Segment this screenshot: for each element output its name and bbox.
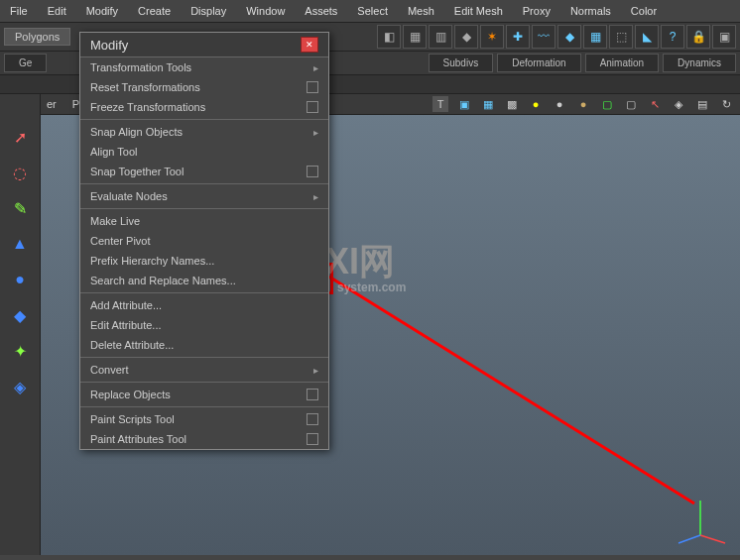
option-box-icon[interactable] xyxy=(307,166,318,177)
sphere-tool-icon[interactable]: ● xyxy=(5,265,35,294)
option-box-icon[interactable] xyxy=(307,433,318,445)
panel-icon-green[interactable]: ▢ xyxy=(599,96,615,112)
tab-dynamics[interactable]: Dynamics xyxy=(663,54,736,72)
item-snap-together-tool[interactable]: Snap Together Tool xyxy=(80,162,328,181)
item-delete-attribute[interactable]: Delete Attribute... xyxy=(80,335,328,355)
menu-color[interactable]: Color xyxy=(621,2,667,20)
panel-icon-arrow[interactable]: ↖ xyxy=(647,96,663,112)
label: Add Attribute... xyxy=(90,299,162,311)
chevron-right-icon: ▸ xyxy=(313,191,318,202)
separator xyxy=(80,292,328,293)
shelf-icon-1[interactable]: ◧ xyxy=(377,25,401,49)
lasso-tool-icon[interactable]: ◌ xyxy=(5,158,35,187)
chevron-right-icon: ▸ xyxy=(313,365,318,376)
option-box-icon[interactable] xyxy=(307,81,318,93)
cone-tool-icon[interactable]: ▲ xyxy=(5,229,35,259)
item-add-attribute[interactable]: Add Attribute... xyxy=(80,295,328,315)
item-edit-attribute[interactable]: Edit Attribute... xyxy=(80,315,328,335)
item-replace-objects[interactable]: Replace Objects xyxy=(80,385,328,404)
item-paint-attributes-tool[interactable]: Paint Attributes Tool xyxy=(80,429,328,449)
option-box-icon[interactable] xyxy=(307,389,318,400)
tab-subdivs[interactable]: Subdivs xyxy=(429,54,494,72)
shelf-icon-6[interactable]: ✚ xyxy=(506,25,530,49)
axis-tool-icon[interactable]: ✦ xyxy=(5,336,35,366)
close-icon[interactable]: ✕ xyxy=(301,37,318,53)
tab-animation[interactable]: Animation xyxy=(585,54,659,72)
separator xyxy=(80,119,328,120)
shelf-icon-10[interactable]: ⬚ xyxy=(609,25,633,49)
lock-icon[interactable]: 🔒 xyxy=(686,25,710,49)
panel-icon-light1[interactable]: ● xyxy=(528,96,544,112)
shelf-icon-5[interactable]: ✶ xyxy=(480,25,504,49)
label: Reset Transformations xyxy=(90,81,200,93)
panel-icon-last1[interactable]: ▤ xyxy=(694,96,710,112)
tab-deformation[interactable]: Deformation xyxy=(497,54,580,72)
label: Align Tool xyxy=(90,146,138,158)
menu-proxy[interactable]: Proxy xyxy=(513,2,560,20)
option-box-icon[interactable] xyxy=(307,101,318,113)
panel-icon-cube2[interactable]: ▦ xyxy=(480,96,496,112)
menu-edit[interactable]: Edit xyxy=(38,2,76,20)
chevron-right-icon: ▸ xyxy=(313,127,318,138)
shelf-icon-8[interactable]: ◆ xyxy=(557,25,581,49)
cube-tool-icon[interactable]: ◆ xyxy=(5,300,35,330)
panel-icon-box[interactable]: ▢ xyxy=(623,96,639,112)
shelf-icon-7[interactable]: 〰 xyxy=(532,25,555,49)
label: Snap Together Tool xyxy=(90,166,184,177)
panel-icon-text[interactable]: T xyxy=(432,96,448,112)
menu-select[interactable]: Select xyxy=(347,2,398,20)
label: Convert xyxy=(90,364,129,376)
label: Center Pivot xyxy=(90,235,151,247)
item-reset-transformations[interactable]: Reset Transformations xyxy=(80,77,328,97)
shelf-tab-polygons[interactable]: Polygons xyxy=(4,28,70,46)
item-make-live[interactable]: Make Live xyxy=(80,211,328,231)
svg-line-2 xyxy=(678,535,700,543)
separator xyxy=(80,357,328,358)
item-align-tool[interactable]: Align Tool xyxy=(80,142,328,162)
chevron-right-icon: ▸ xyxy=(313,62,318,73)
label: Make Live xyxy=(90,215,140,227)
menu-normals[interactable]: Normals xyxy=(560,2,621,20)
panel-icon-light2[interactable]: ● xyxy=(552,96,567,112)
panel-icon-light3[interactable]: ● xyxy=(575,96,591,112)
menu-mesh[interactable]: Mesh xyxy=(398,2,444,20)
item-search-replace-names[interactable]: Search and Replace Names... xyxy=(80,271,328,290)
item-center-pivot[interactable]: Center Pivot xyxy=(80,231,328,251)
panel-icon-last2[interactable]: ↻ xyxy=(718,96,734,112)
item-transformation-tools[interactable]: Transformation Tools▸ xyxy=(80,57,328,77)
menu-assets[interactable]: Assets xyxy=(295,2,347,20)
select-tool-icon[interactable]: ➚ xyxy=(5,122,35,152)
panel-icon-wire[interactable]: ◈ xyxy=(671,96,686,112)
menu-modify[interactable]: Modify xyxy=(76,2,128,20)
paint-tool-icon[interactable]: ✎ xyxy=(5,193,35,223)
shelf-icon-4[interactable]: ◆ xyxy=(454,25,478,49)
panel-icon-checker[interactable]: ▩ xyxy=(504,96,520,112)
shelf-icon-help[interactable]: ? xyxy=(661,25,684,49)
shelf-icon-2[interactable]: ▦ xyxy=(403,25,427,49)
svg-line-1 xyxy=(700,535,725,543)
panel-icon-cube1[interactable]: ▣ xyxy=(456,96,472,112)
menu-file[interactable]: File xyxy=(0,2,38,20)
shelf-icon-3[interactable]: ▥ xyxy=(429,25,452,49)
item-paint-scripts-tool[interactable]: Paint Scripts Tool xyxy=(80,409,328,429)
item-snap-align-objects[interactable]: Snap Align Objects▸ xyxy=(80,122,328,142)
option-box-icon[interactable] xyxy=(307,413,318,425)
menu-window[interactable]: Window xyxy=(236,2,295,20)
label: Prefix Hierarchy Names... xyxy=(90,255,214,267)
menu-editmesh[interactable]: Edit Mesh xyxy=(444,2,513,20)
item-convert[interactable]: Convert▸ xyxy=(80,360,328,380)
menu-create[interactable]: Create xyxy=(128,2,181,20)
shelf-icon-last[interactable]: ▣ xyxy=(712,25,736,49)
shelf-icon-11[interactable]: ◣ xyxy=(635,25,659,49)
item-freeze-transformations[interactable]: Freeze Transformations xyxy=(80,97,328,117)
menu-display[interactable]: Display xyxy=(181,2,236,20)
item-prefix-hierarchy-names[interactable]: Prefix Hierarchy Names... xyxy=(80,251,328,271)
item-evaluate-nodes[interactable]: Evaluate Nodes▸ xyxy=(80,186,328,206)
separator xyxy=(80,183,328,184)
tab-general[interactable]: Ge xyxy=(4,54,47,72)
label: Snap Align Objects xyxy=(90,126,183,138)
label: Delete Attribute... xyxy=(90,339,174,351)
dropdown-title: Modify xyxy=(90,38,128,53)
shelf-icon-9[interactable]: ▦ xyxy=(583,25,607,49)
extra-tool-icon[interactable]: ◈ xyxy=(5,372,35,401)
